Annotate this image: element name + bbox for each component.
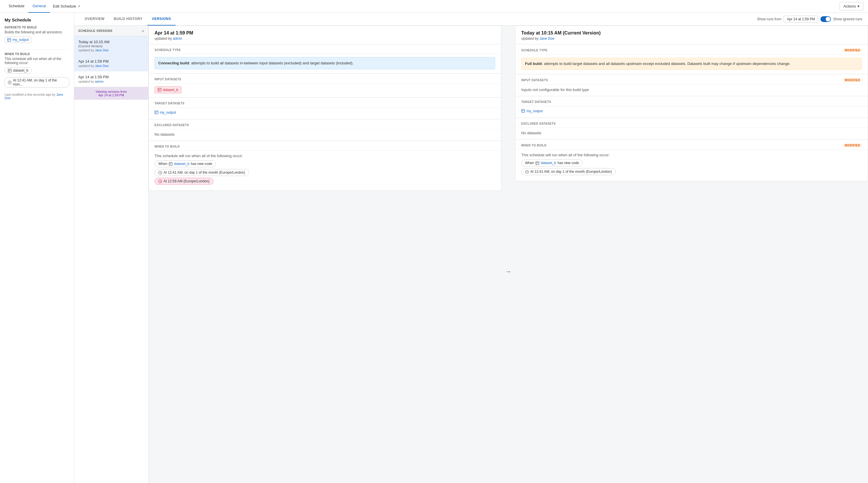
left-input-datasets-header: INPUT DATASETS [149,73,501,84]
left-cond2-clock-icon [158,171,162,175]
version-3-updated: updated by admin [78,80,144,83]
last-modified: Last modified a few seconds ago by Jane … [5,93,69,100]
right-col-header: Today at 10:15 AM (Current Version) upda… [515,26,868,44]
actions-button[interactable]: Actions ▾ [840,2,863,10]
svg-line-23 [160,181,161,182]
right-excluded-datasets-section: EXCLUDED DATASETS No datasets [515,118,868,140]
right-col-user[interactable]: Jane Doe [539,36,554,40]
right-excluded-datasets-value: No datasets [521,131,541,135]
sidebar: My Schedule DATASETS TO BUILD Builds the… [0,13,74,483]
version-item-3[interactable]: Apr 14 at 1:59 PM updated by admin [74,71,148,87]
left-schedule-type-box: Connecting build: attempts to build all … [155,57,495,69]
version-2-user[interactable]: Jane Doe [95,64,109,67]
right-cond2-clock-icon [525,170,529,174]
arrow-icon: → [505,268,512,275]
right-input-datasets-value: Inputs not configurable for this build t… [521,88,589,92]
svg-rect-15 [169,162,172,165]
viewing-from-box: Viewing versions from Apr 14 at 1:59 PM [74,87,148,100]
left-target-datasets-content: my_output [149,108,501,119]
left-schedule-type-desc: : attempts to build all datasets in-betw… [189,61,353,65]
clock-icon [8,81,11,84]
right-when-desc: This schedule will run when all of the f… [521,153,862,157]
table-icon-2 [8,69,11,72]
left-schedule-type-bold: Connecting build [158,61,189,65]
left-excluded-datasets-section: EXCLUDED DATASETS No datasets [149,119,501,141]
edit-schedule-link[interactable]: Edit Schedule ↗ [50,4,83,8]
left-cond3-text: At 12:59 AM (Europe/London) [163,179,210,183]
left-input-dataset-name: dataset_b [163,88,178,92]
output-dataset-label: my_output [12,38,29,42]
left-condition-1[interactable]: When dataset_b has new code [155,160,216,167]
svg-rect-12 [155,111,158,114]
nav-tab-general[interactable]: General [28,0,50,13]
right-condition-2[interactable]: At 12:41 AM, on day 1 of the month (Euro… [521,168,616,175]
tab-versions[interactable]: VERSIONS [147,13,176,26]
date-picker-button[interactable]: Apr 14 at 1:59 PM [784,16,818,23]
show-runs-from-label: Show runs from [757,17,781,21]
right-cond1-table-icon [535,161,539,165]
left-target-datasets-header: TARGET DATASETS [149,98,501,108]
version-3-date: Apr 14 at 1:59 PM [78,75,144,79]
left-condition-2[interactable]: At 12:41 AM, on day 1 of the month (Euro… [155,169,249,176]
left-input-table-icon [158,88,161,92]
version-1-user[interactable]: Jane Doe [95,49,109,52]
comparison-area: Apr 14 at 1:59 PM updated by admin SCHED… [149,26,868,483]
left-col-updated: updated by admin [155,36,495,40]
external-link-icon: ↗ [78,4,80,8]
right-cond2-text: At 12:41 AM, on day 1 of the month (Euro… [530,170,612,174]
svg-line-32 [527,172,528,172]
right-target-datasets-header: TARGET DATASETS [516,96,868,106]
right-excluded-datasets-content: No datasets [516,128,868,139]
actions-chevron-icon: ▾ [858,4,860,8]
main-layout: My Schedule DATASETS TO BUILD Builds the… [0,13,868,483]
right-col-updated: updated by Jane Doe [521,36,862,40]
left-condition-3[interactable]: At 12:59 AM (Europe/London) [155,178,213,185]
tab-overview[interactable]: OVERVIEW [80,13,109,26]
condition-chip-time[interactable]: At 12:41 AM, on day 1 of the mon... [5,77,69,88]
svg-rect-9 [158,88,161,91]
right-input-modified-badge: Modified [843,78,862,82]
viewing-from-date: Apr 14 at 1:59 PM [98,93,124,97]
right-target-datasets-section: TARGET DATASETS my_output [515,96,868,118]
left-input-dataset-chip[interactable]: dataset_b [155,86,182,93]
svg-rect-27 [536,161,539,165]
left-input-datasets-label: INPUT DATASETS [155,78,495,81]
nav-tab-schedule[interactable]: Schedule [5,0,28,13]
version-item-2[interactable]: Apr 14 at 1:59 PM updated by Jane Doe [74,56,148,71]
right-schedule-type-bold: Full build [525,61,542,66]
right-schedule-type-content: Full build: attempts to build target dat… [516,55,868,74]
version-item-1[interactable]: Today at 10:15 AM (Current Version) upda… [74,36,148,56]
left-schedule-type-section: SCHEDULE TYPE Connecting build: attempts… [149,44,501,73]
right-col-date: Today at 10:15 AM (Current Version) [521,30,862,36]
right-target-datasets-label: TARGET DATASETS [521,100,862,103]
left-target-dataset-chip[interactable]: my_output [155,111,176,115]
left-cond1-suffix: has new code [191,162,212,166]
left-target-dataset-name: my_output [160,111,176,115]
left-excluded-datasets-header: EXCLUDED DATASETS [149,119,501,129]
left-col-header: Apr 14 at 1:59 PM updated by admin [149,26,501,44]
toggle-knob [826,17,830,22]
left-col-user[interactable]: admin [173,36,182,40]
left-target-table-icon [155,111,158,114]
version-1-updated: updated by Jane Doe [78,49,144,52]
left-when-desc: This schedule will run when all of the f… [155,154,495,158]
left-version-col: Apr 14 at 1:59 PM updated by admin SCHED… [149,26,501,483]
right-condition-1[interactable]: When dataset_b has new code [521,159,583,167]
when-to-build-label: WHEN TO BUILD [5,53,69,56]
tab-build-history[interactable]: BUILD HISTORY [109,13,147,26]
right-target-dataset-chip[interactable]: my_output [521,109,543,113]
right-input-datasets-section: INPUT DATASETS Modified Inputs not confi… [515,74,868,96]
actions-label: Actions [843,4,856,8]
left-cond1-dataset: dataset_b [174,162,189,166]
right-condition-1-when: When [525,161,534,165]
output-dataset-chip[interactable]: my_output [5,36,31,43]
condition-chip-dataset[interactable]: dataset_b [5,67,32,73]
show-ignored-toggle[interactable] [820,16,831,22]
left-schedule-type-label: SCHEDULE TYPE [155,49,495,52]
collapse-panel-button[interactable]: « [142,28,144,33]
right-schedule-type-box: Full build: attempts to build target dat… [521,58,862,70]
left-excluded-datasets-content: No datasets [149,129,501,141]
left-input-datasets-content: dataset_b [149,84,501,97]
version-3-user[interactable]: admin [95,80,104,83]
left-input-datasets-section: INPUT DATASETS dataset_b [149,73,501,98]
